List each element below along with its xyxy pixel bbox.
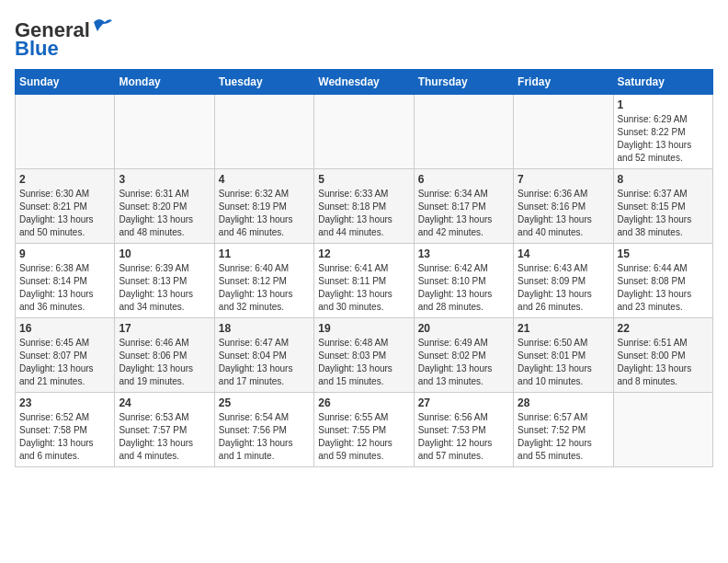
cell-info: Sunrise: 6:55 AM Sunset: 7:55 PM Dayligh… — [318, 411, 409, 463]
cell-info: Sunrise: 6:38 AM Sunset: 8:14 PM Dayligh… — [19, 262, 110, 314]
day-number: 16 — [19, 322, 110, 335]
cell-info: Sunrise: 6:42 AM Sunset: 8:10 PM Dayligh… — [418, 262, 509, 314]
calendar-cell: 10Sunrise: 6:39 AM Sunset: 8:13 PM Dayli… — [115, 244, 214, 318]
calendar-cell: 7Sunrise: 6:36 AM Sunset: 8:16 PM Daylig… — [514, 169, 613, 244]
day-number: 25 — [219, 396, 310, 409]
cell-info: Sunrise: 6:33 AM Sunset: 8:18 PM Dayligh… — [318, 188, 409, 239]
cell-info: Sunrise: 6:36 AM Sunset: 8:16 PM Dayligh… — [518, 188, 609, 239]
day-number: 13 — [418, 247, 509, 260]
calendar-cell: 20Sunrise: 6:49 AM Sunset: 8:02 PM Dayli… — [414, 318, 513, 393]
cell-info: Sunrise: 6:47 AM Sunset: 8:04 PM Dayligh… — [219, 337, 310, 388]
day-number: 7 — [518, 173, 609, 186]
day-number: 18 — [219, 322, 310, 335]
cell-info: Sunrise: 6:30 AM Sunset: 8:21 PM Dayligh… — [19, 188, 110, 239]
cell-info: Sunrise: 6:37 AM Sunset: 8:15 PM Dayligh… — [618, 188, 709, 239]
calendar-cell: 25Sunrise: 6:54 AM Sunset: 7:56 PM Dayli… — [214, 393, 313, 467]
calendar-cell — [514, 95, 613, 169]
cell-info: Sunrise: 6:32 AM Sunset: 8:19 PM Dayligh… — [219, 188, 310, 239]
logo-bird-icon — [92, 15, 114, 37]
week-row-1: 1Sunrise: 6:29 AM Sunset: 8:22 PM Daylig… — [16, 95, 713, 169]
cell-info: Sunrise: 6:34 AM Sunset: 8:17 PM Dayligh… — [418, 188, 509, 239]
calendar-cell — [214, 95, 313, 169]
calendar-cell — [613, 393, 712, 467]
cell-info: Sunrise: 6:43 AM Sunset: 8:09 PM Dayligh… — [518, 262, 609, 314]
day-number: 8 — [618, 173, 709, 186]
cell-info: Sunrise: 6:48 AM Sunset: 8:03 PM Dayligh… — [318, 337, 409, 388]
calendar-cell: 21Sunrise: 6:50 AM Sunset: 8:01 PM Dayli… — [514, 318, 613, 393]
calendar-cell — [16, 95, 115, 169]
cell-info: Sunrise: 6:45 AM Sunset: 8:07 PM Dayligh… — [19, 337, 110, 388]
calendar-cell: 18Sunrise: 6:47 AM Sunset: 8:04 PM Dayli… — [214, 318, 313, 393]
day-number: 17 — [119, 322, 210, 335]
calendar-cell: 9Sunrise: 6:38 AM Sunset: 8:14 PM Daylig… — [16, 244, 115, 318]
logo: General Blue — [15, 15, 114, 60]
weekday-header-sunday: Sunday — [16, 70, 115, 95]
day-number: 3 — [119, 173, 210, 186]
cell-info: Sunrise: 6:54 AM Sunset: 7:56 PM Dayligh… — [219, 411, 310, 463]
day-number: 10 — [119, 247, 210, 260]
cell-info: Sunrise: 6:40 AM Sunset: 8:12 PM Dayligh… — [219, 262, 310, 314]
day-number: 20 — [418, 322, 509, 335]
weekday-header-wednesday: Wednesday — [314, 70, 414, 95]
calendar-cell: 2Sunrise: 6:30 AM Sunset: 8:21 PM Daylig… — [16, 169, 115, 244]
cell-info: Sunrise: 6:56 AM Sunset: 7:53 PM Dayligh… — [418, 411, 509, 463]
day-number: 11 — [219, 247, 310, 260]
calendar-cell: 23Sunrise: 6:52 AM Sunset: 7:58 PM Dayli… — [16, 393, 115, 467]
day-number: 9 — [19, 247, 110, 260]
cell-info: Sunrise: 6:52 AM Sunset: 7:58 PM Dayligh… — [19, 411, 110, 463]
calendar-cell: 19Sunrise: 6:48 AM Sunset: 8:03 PM Dayli… — [314, 318, 414, 393]
calendar-cell: 24Sunrise: 6:53 AM Sunset: 7:57 PM Dayli… — [115, 393, 214, 467]
calendar-cell: 11Sunrise: 6:40 AM Sunset: 8:12 PM Dayli… — [214, 244, 313, 318]
week-row-4: 16Sunrise: 6:45 AM Sunset: 8:07 PM Dayli… — [16, 318, 713, 393]
cell-info: Sunrise: 6:53 AM Sunset: 7:57 PM Dayligh… — [119, 411, 210, 463]
calendar-cell: 14Sunrise: 6:43 AM Sunset: 8:09 PM Dayli… — [514, 244, 613, 318]
day-number: 1 — [618, 98, 709, 111]
day-number: 12 — [318, 247, 409, 260]
cell-info: Sunrise: 6:46 AM Sunset: 8:06 PM Dayligh… — [119, 337, 210, 388]
day-number: 4 — [219, 173, 310, 186]
day-number: 6 — [418, 173, 509, 186]
day-number: 28 — [518, 396, 609, 409]
week-row-5: 23Sunrise: 6:52 AM Sunset: 7:58 PM Dayli… — [16, 393, 713, 467]
cell-info: Sunrise: 6:31 AM Sunset: 8:20 PM Dayligh… — [119, 188, 210, 239]
calendar-cell — [414, 95, 513, 169]
cell-info: Sunrise: 6:41 AM Sunset: 8:11 PM Dayligh… — [318, 262, 409, 314]
cell-info: Sunrise: 6:57 AM Sunset: 7:52 PM Dayligh… — [518, 411, 609, 463]
day-number: 5 — [318, 173, 409, 186]
calendar-cell: 15Sunrise: 6:44 AM Sunset: 8:08 PM Dayli… — [613, 244, 712, 318]
calendar-table: SundayMondayTuesdayWednesdayThursdayFrid… — [15, 69, 713, 467]
weekday-header-tuesday: Tuesday — [214, 70, 313, 95]
cell-info: Sunrise: 6:29 AM Sunset: 8:22 PM Dayligh… — [618, 113, 709, 165]
calendar-cell: 17Sunrise: 6:46 AM Sunset: 8:06 PM Dayli… — [115, 318, 214, 393]
cell-info: Sunrise: 6:44 AM Sunset: 8:08 PM Dayligh… — [618, 262, 709, 314]
page-header: General Blue — [15, 15, 713, 60]
calendar-cell: 5Sunrise: 6:33 AM Sunset: 8:18 PM Daylig… — [314, 169, 414, 244]
calendar-cell: 22Sunrise: 6:51 AM Sunset: 8:00 PM Dayli… — [613, 318, 712, 393]
calendar-cell: 28Sunrise: 6:57 AM Sunset: 7:52 PM Dayli… — [514, 393, 613, 467]
weekday-header-thursday: Thursday — [414, 70, 513, 95]
calendar-header: SundayMondayTuesdayWednesdayThursdayFrid… — [16, 70, 713, 95]
day-number: 21 — [518, 322, 609, 335]
calendar-cell: 3Sunrise: 6:31 AM Sunset: 8:20 PM Daylig… — [115, 169, 214, 244]
calendar-cell: 13Sunrise: 6:42 AM Sunset: 8:10 PM Dayli… — [414, 244, 513, 318]
day-number: 26 — [318, 396, 409, 409]
week-row-3: 9Sunrise: 6:38 AM Sunset: 8:14 PM Daylig… — [16, 244, 713, 318]
calendar-cell: 1Sunrise: 6:29 AM Sunset: 8:22 PM Daylig… — [613, 95, 712, 169]
day-number: 22 — [618, 322, 709, 335]
day-number: 19 — [318, 322, 409, 335]
weekday-header-friday: Friday — [514, 70, 613, 95]
week-row-2: 2Sunrise: 6:30 AM Sunset: 8:21 PM Daylig… — [16, 169, 713, 244]
calendar-cell: 6Sunrise: 6:34 AM Sunset: 8:17 PM Daylig… — [414, 169, 513, 244]
day-number: 27 — [418, 396, 509, 409]
calendar-cell: 8Sunrise: 6:37 AM Sunset: 8:15 PM Daylig… — [613, 169, 712, 244]
cell-info: Sunrise: 6:39 AM Sunset: 8:13 PM Dayligh… — [119, 262, 210, 314]
cell-info: Sunrise: 6:49 AM Sunset: 8:02 PM Dayligh… — [418, 337, 509, 388]
calendar-cell: 16Sunrise: 6:45 AM Sunset: 8:07 PM Dayli… — [16, 318, 115, 393]
day-number: 23 — [19, 396, 110, 409]
weekday-header-saturday: Saturday — [613, 70, 712, 95]
day-number: 14 — [518, 247, 609, 260]
cell-info: Sunrise: 6:51 AM Sunset: 8:00 PM Dayligh… — [618, 337, 709, 388]
cell-info: Sunrise: 6:50 AM Sunset: 8:01 PM Dayligh… — [518, 337, 609, 388]
weekday-header-monday: Monday — [115, 70, 214, 95]
calendar-cell — [115, 95, 214, 169]
